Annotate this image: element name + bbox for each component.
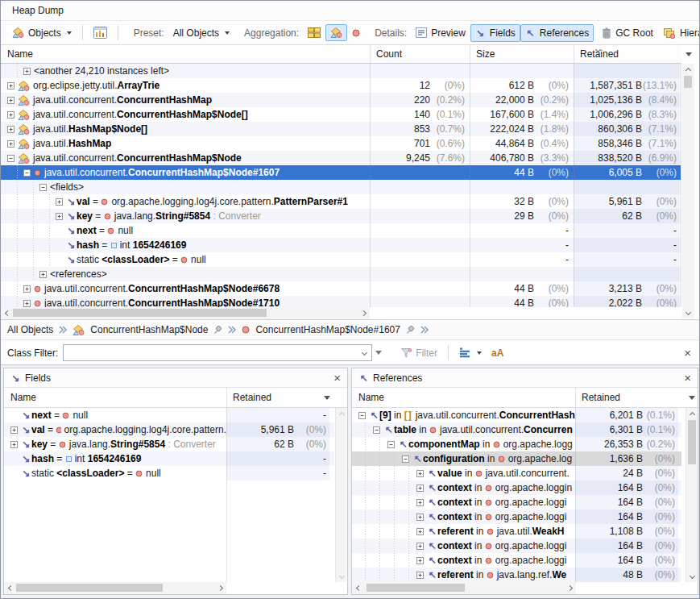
filter-button[interactable]: Filter — [396, 344, 442, 362]
expand-icon[interactable] — [10, 426, 18, 434]
collapse-icon[interactable] — [373, 426, 380, 434]
column-header-name[interactable]: Name — [4, 388, 36, 407]
references-row[interactable]: ↖context in org.apache.loggi164 B(0%) — [352, 539, 681, 553]
column-header-size[interactable]: Size — [470, 45, 495, 63]
preset-dropdown[interactable]: All Objects — [168, 24, 234, 42]
references-row[interactable]: ↖context in org.apache.loggi164 B(0%) — [352, 510, 681, 524]
expand-icon[interactable] — [416, 528, 424, 535]
table-row[interactable]: ↘key = java.lang.String#5854 : Converter… — [1, 209, 681, 223]
expand-icon[interactable] — [10, 441, 18, 448]
references-row[interactable]: ↖context in org.apache.loggin164 B(0%) — [352, 480, 681, 495]
column-header-name[interactable]: Name — [352, 388, 384, 407]
references-row[interactable]: ↖context in org.apache.loggi164 B(0%) — [352, 553, 681, 568]
collapse-icon[interactable] — [39, 184, 47, 191]
references-row[interactable]: ↖context in org.apache.loggi164 B(0%) — [352, 495, 681, 510]
hierarchy-button[interactable]: Hierarchy — [658, 24, 700, 42]
table-row[interactable]: ↘val = org.apache.logging.log4j.core.pat… — [1, 194, 681, 209]
collapse-icon[interactable] — [387, 441, 395, 448]
collapse-icon[interactable] — [23, 169, 31, 177]
references-row[interactable]: ↖value in java.util.concurrent.24 B(0%) — [352, 466, 681, 480]
aggregation-instances-button[interactable] — [347, 26, 365, 40]
table-row[interactable]: java.util.HashMap$Node[]853(0.7%)222,024… — [1, 122, 681, 136]
fields-row[interactable]: ↘next = null- — [4, 408, 334, 422]
report-button[interactable] — [89, 23, 112, 42]
expand-icon[interactable] — [416, 470, 424, 477]
scrollbar-thumb[interactable] — [688, 420, 696, 464]
scrollbar-thumb[interactable] — [367, 584, 465, 592]
expand-icon[interactable] — [39, 271, 47, 278]
expand-icon[interactable] — [7, 97, 14, 104]
expand-icon[interactable] — [56, 198, 63, 206]
table-row[interactable]: ↘next = null-- — [1, 223, 681, 238]
column-header-name[interactable]: Name — [1, 45, 33, 63]
references-row[interactable]: ↖referent in java.util.WeakH1,108 B(0%) — [352, 524, 681, 539]
expand-icon[interactable] — [23, 285, 31, 293]
collapse-icon[interactable] — [358, 412, 366, 419]
references-vertical-scrollbar[interactable] — [686, 408, 697, 582]
fields-column-picker-button[interactable] — [321, 388, 333, 407]
references-horizontal-scrollbar[interactable] — [352, 582, 576, 594]
table-row[interactable]: ↘static <classLoader> = null-- — [1, 252, 681, 267]
pin-icon[interactable] — [406, 325, 415, 335]
collapse-icon[interactable] — [7, 155, 14, 162]
expand-icon[interactable] — [7, 82, 14, 89]
aggregation-classes-button[interactable] — [325, 24, 347, 41]
references-row[interactable]: ↖configuration in org.apache.log1,636 B(… — [352, 451, 681, 466]
table-row[interactable]: <references> — [1, 267, 681, 281]
expand-icon[interactable] — [56, 213, 63, 220]
breadcrumb-item-instance[interactable]: ConcurrentHashMap$Node#1607 — [255, 324, 400, 335]
fields-row[interactable]: ↘key = java.lang.String#5854 : Converter… — [4, 437, 334, 451]
column-header-retained[interactable]: Retained — [226, 388, 271, 407]
expand-icon[interactable] — [7, 126, 14, 133]
table-row[interactable]: <another 24,210 instances left> — [1, 64, 681, 78]
references-row[interactable]: ↖table in java.util.concurrent.Concurren… — [352, 422, 681, 437]
table-row[interactable]: java.util.HashMap701(0.6%)44,864 B(0.4%)… — [1, 136, 681, 151]
references-column-picker-button[interactable] — [686, 388, 698, 407]
fields-row[interactable]: ↘val = org.apache.logging.log4j.core.pat… — [4, 422, 334, 437]
main-horizontal-scrollbar[interactable] — [1, 307, 370, 319]
breadcrumb-item-all-objects[interactable]: All Objects — [7, 324, 53, 335]
expand-icon[interactable] — [7, 140, 14, 148]
expand-icon[interactable] — [416, 572, 424, 579]
collapse-icon[interactable] — [402, 455, 409, 463]
close-fields-panel-icon[interactable]: × — [333, 372, 341, 384]
aggregation-packages-button[interactable] — [303, 24, 325, 41]
pin-icon[interactable] — [213, 325, 222, 335]
expand-icon[interactable] — [416, 557, 424, 564]
class-filter-input[interactable] — [64, 345, 371, 360]
fields-vertical-scrollbar[interactable] — [335, 408, 346, 582]
breadcrumb-item-class[interactable]: ConcurrentHashMap$Node — [90, 324, 208, 335]
fields-toggle-button[interactable]: ↘ Fields — [470, 24, 520, 42]
match-case-button[interactable]: aA — [487, 344, 508, 362]
gc-root-button[interactable]: GC Root — [597, 24, 658, 42]
objects-dropdown-button[interactable]: Objects — [7, 24, 77, 42]
fields-row[interactable]: ↘hash = int 1654246169- — [4, 451, 334, 466]
column-header-retained[interactable]: Retained — [574, 45, 619, 63]
expand-icon[interactable] — [416, 499, 424, 506]
table-row[interactable]: java.util.concurrent.ConcurrentHashMap22… — [1, 93, 681, 107]
expand-icon[interactable] — [416, 543, 424, 550]
column-header-retained[interactable]: Retained — [575, 388, 620, 407]
references-row[interactable]: ↖componentMap in org.apache.logg26,353 B… — [352, 437, 681, 451]
table-row[interactable]: java.util.concurrent.ConcurrentHashMap$N… — [1, 281, 681, 296]
table-row[interactable]: java.util.concurrent.ConcurrentHashMap$N… — [1, 165, 681, 180]
main-column-picker-button[interactable] — [682, 46, 694, 62]
table-row[interactable]: java.util.concurrent.ConcurrentHashMap$N… — [1, 107, 681, 122]
table-row[interactable]: java.util.concurrent.ConcurrentHashMap$N… — [1, 151, 681, 165]
expand-icon[interactable] — [416, 514, 424, 521]
expand-icon[interactable] — [416, 485, 424, 492]
scrollbar-thumb[interactable] — [16, 584, 163, 592]
close-filter-icon[interactable]: × — [684, 347, 691, 359]
display-options-button[interactable] — [454, 344, 487, 361]
references-toggle-button[interactable]: ↖ References — [520, 24, 594, 42]
table-row[interactable]: org.eclipse.jetty.util.ArrayTrie12(0%)61… — [1, 78, 681, 93]
preview-toggle-button[interactable]: Preview — [411, 24, 470, 42]
fields-row[interactable]: ↘static <classLoader> = null- — [4, 466, 334, 480]
main-vertical-scrollbar[interactable] — [682, 64, 694, 318]
fields-horizontal-scrollbar[interactable] — [4, 582, 226, 594]
references-row[interactable]: ↖referent in java.lang.ref.We48 B(0%) — [352, 568, 681, 582]
column-header-count[interactable]: Count — [370, 45, 402, 63]
table-row[interactable]: java.util.concurrent.ConcurrentHashMap$N… — [1, 296, 681, 307]
table-row[interactable]: <fields> — [1, 180, 681, 194]
scrollbar-thumb[interactable] — [13, 309, 267, 317]
